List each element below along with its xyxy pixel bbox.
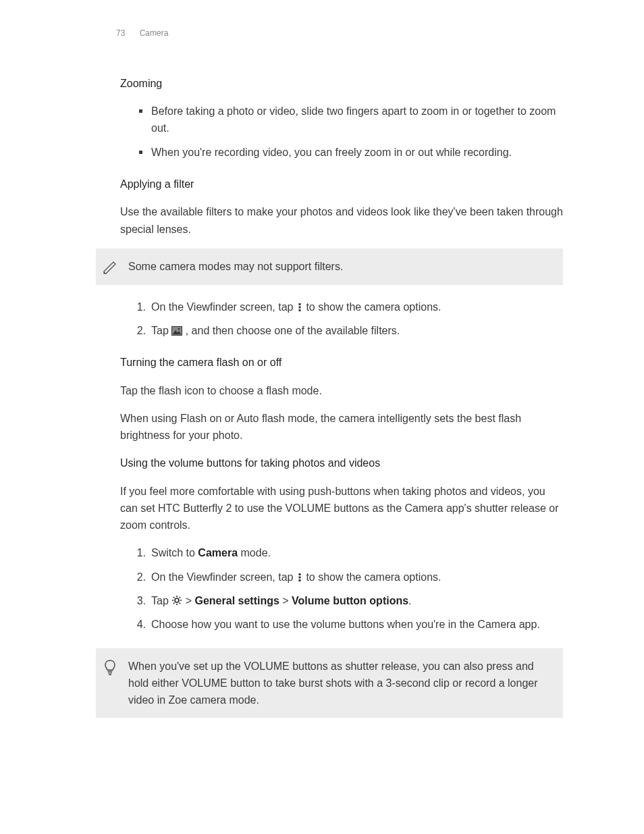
filter-steps: On the Viewfinder screen, tap to show th…: [120, 298, 563, 340]
svg-rect-0: [298, 303, 300, 305]
section-title-zooming: Zooming: [120, 75, 563, 92]
list-item: Tap , and then choose one of the availab…: [120, 322, 563, 339]
page-header: 73 Camera: [116, 27, 563, 40]
svg-line-15: [180, 603, 180, 604]
list-item: When you're recording video, you can fre…: [120, 144, 563, 161]
step-text: >: [182, 595, 194, 606]
vertical-dots-icon: [296, 573, 303, 582]
lightbulb-icon: [96, 658, 120, 677]
section-title-volume: Using the volume buttons for taking phot…: [120, 454, 563, 471]
note-text: Some camera modes may not support filter…: [120, 258, 547, 275]
list-item: Switch to Camera mode.: [120, 544, 563, 561]
step-text: mode.: [238, 547, 271, 558]
chapter-title: Camera: [140, 28, 169, 38]
step-text: to show the camera options.: [303, 571, 441, 583]
svg-line-14: [173, 597, 174, 598]
list-item: Choose how you want to use the volume bu…: [120, 616, 563, 633]
section-title-flash: Turning the camera flash on or off: [120, 354, 563, 371]
document-page: 73 Camera Zooming Before taking a photo …: [0, 0, 644, 758]
page-number: 73: [116, 28, 125, 38]
volume-steps: Switch to Camera mode. On the Viewfinder…: [120, 544, 563, 633]
filter-image-icon: [171, 326, 182, 336]
svg-rect-2: [298, 309, 300, 311]
step-text: to show the camera options.: [303, 301, 441, 313]
step-text: On the Viewfinder screen, tap: [151, 571, 296, 583]
flash-p2: When using Flash on or Auto flash mode, …: [120, 410, 563, 444]
svg-point-5: [178, 328, 180, 330]
bold-text: General settings: [194, 595, 279, 606]
svg-point-9: [175, 598, 179, 602]
list-item: On the Viewfinder screen, tap to show th…: [120, 569, 563, 585]
list-item: Before taking a photo or video, slide tw…: [120, 103, 563, 137]
step-text: Tap: [151, 325, 171, 336]
flash-p1: Tap the flash icon to choose a flash mod…: [120, 382, 563, 399]
page-content: Zooming Before taking a photo or video, …: [120, 75, 563, 718]
filter-intro: Use the available filters to make your p…: [120, 203, 563, 238]
step-text: , and then choose one of the available f…: [182, 325, 400, 336]
step-text: Switch to: [151, 547, 198, 558]
step-text: On the Viewfinder screen, tap: [151, 301, 296, 313]
svg-rect-1: [298, 306, 300, 308]
volume-intro: If you feel more comfortable with using …: [120, 483, 563, 534]
pencil-icon: [96, 258, 120, 276]
svg-line-17: [180, 597, 180, 598]
tip-box: When you've set up the VOLUME buttons as…: [96, 648, 563, 719]
bold-text: Camera: [198, 547, 238, 558]
svg-rect-7: [298, 576, 300, 578]
step-text: Tap: [151, 595, 171, 606]
section-title-filter: Applying a filter: [120, 176, 563, 192]
svg-rect-8: [298, 579, 300, 581]
bold-text: Volume button options: [292, 595, 408, 606]
list-item: Tap > General settings > Volume button o…: [120, 592, 563, 609]
tip-text: When you've set up the VOLUME buttons as…: [120, 658, 547, 709]
note-box: Some camera modes may not support filter…: [96, 249, 563, 285]
svg-rect-6: [298, 573, 300, 575]
step-text: >: [279, 595, 292, 606]
step-text: .: [408, 595, 411, 606]
gear-icon: [171, 595, 182, 606]
svg-line-16: [173, 603, 174, 604]
list-item: On the Viewfinder screen, tap to show th…: [120, 298, 563, 315]
zooming-bullets: Before taking a photo or video, slide tw…: [120, 103, 563, 161]
vertical-dots-icon: [296, 303, 303, 312]
